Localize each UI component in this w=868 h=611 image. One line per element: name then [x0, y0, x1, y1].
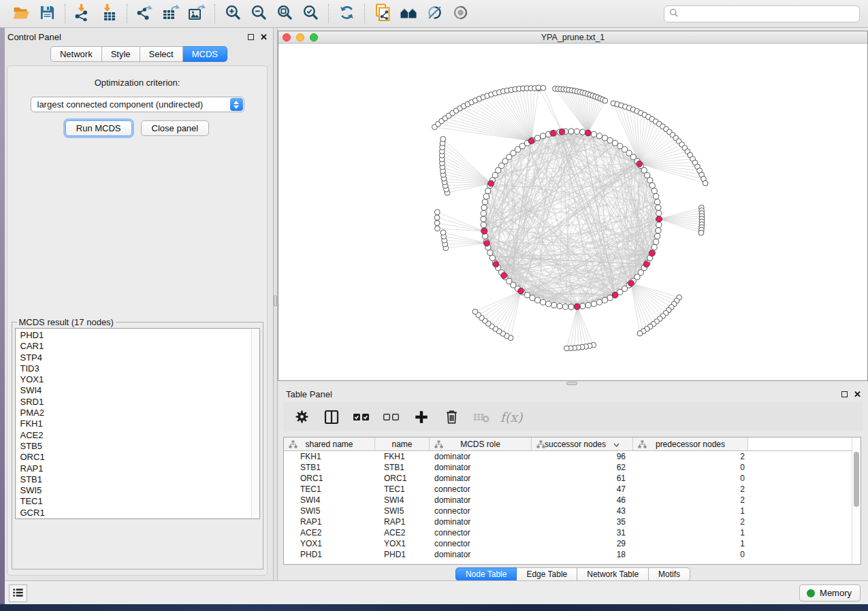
mcds-result-item[interactable]: ORC1 [20, 452, 259, 463]
tab-network-table[interactable]: Network Table [577, 567, 649, 581]
tab-select[interactable]: Select [140, 46, 183, 62]
mcds-result-item[interactable]: SRD1 [20, 397, 259, 408]
mcds-result-item[interactable]: STB1 [20, 474, 259, 485]
cell-predecessors: 2 [633, 495, 748, 505]
column-header-mcds-role[interactable]: MCDS role [430, 437, 532, 450]
save-session-button[interactable] [34, 3, 60, 24]
tab-motifs[interactable]: Motifs [649, 567, 690, 581]
home-networks-button[interactable] [396, 3, 421, 24]
clone-network-button[interactable] [370, 3, 396, 24]
mcds-result-list[interactable]: PHD1CAR1STP4TID3YOX1SWI4SRD1PMA2FKH1ACE2… [15, 328, 260, 519]
result-list-scrollbar[interactable] [251, 329, 259, 518]
cell-role: dominator [430, 517, 532, 527]
mcds-result-item[interactable]: PHD1 [20, 330, 259, 341]
cell-name: YOX1 [375, 539, 430, 548]
tree-icon [434, 440, 443, 450]
cell-predecessors: 2 [633, 484, 748, 494]
table-row[interactable]: YOX1YOX1connector291 [284, 538, 861, 549]
table-row[interactable]: RAP1RAP1dominator352 [284, 516, 861, 527]
open-folder-icon [12, 5, 31, 22]
mcds-result-item[interactable]: FKH1 [20, 418, 259, 429]
mcds-result-item[interactable]: SWI5 [20, 485, 259, 496]
column-header-successor-nodes[interactable]: successor nodes [532, 437, 633, 450]
export-network-icon [136, 4, 155, 23]
control-panel-title: Control Panel [7, 32, 61, 42]
cell-successors: 31 [532, 528, 633, 538]
refresh-layout-button[interactable] [334, 3, 359, 24]
cell-successors: 47 [532, 484, 633, 494]
mcds-result-item[interactable]: STP4 [20, 352, 259, 363]
table-scrollbar[interactable] [852, 437, 861, 564]
mcds-result-item[interactable]: RAP1 [20, 463, 259, 474]
horizontal-splitter[interactable] [278, 381, 868, 386]
close-panel-button[interactable]: Close panel [141, 120, 210, 136]
select-all-icon[interactable] [351, 407, 372, 427]
mcds-result-item[interactable]: TID3 [20, 363, 259, 374]
search-icon [669, 8, 679, 20]
function-builder-icon[interactable]: f(x) [501, 407, 521, 427]
close-panel-icon[interactable]: ✕ [854, 390, 861, 399]
table-row[interactable]: STB1STB1dominator620 [284, 462, 861, 473]
hide-graphics-details-button[interactable] [421, 3, 447, 24]
mcds-result-item[interactable]: CAR1 [20, 341, 259, 352]
delete-column-icon[interactable] [441, 407, 462, 427]
scrollbar-thumb[interactable] [854, 452, 859, 507]
tab-mcds[interactable]: MCDS [183, 46, 227, 62]
cell-predecessors: 0 [633, 463, 748, 472]
delete-table-icon[interactable] [471, 407, 492, 427]
vertical-splitter[interactable] [273, 28, 278, 580]
mcds-result-item[interactable]: STB5 [20, 441, 259, 452]
column-header-name[interactable]: name [375, 437, 430, 450]
tab-edge-table[interactable]: Edge Table [517, 567, 577, 581]
splitter-grip[interactable] [274, 295, 277, 306]
zoom-out-button[interactable] [246, 3, 272, 24]
import-network-button[interactable] [70, 3, 96, 24]
export-network-button[interactable] [132, 3, 158, 24]
mcds-result-item[interactable]: ACE2 [20, 430, 259, 441]
export-image-button[interactable] [184, 3, 210, 24]
mcds-result-item[interactable]: TEC1 [20, 496, 259, 507]
table-row[interactable]: ORC1ORC1dominator610 [284, 473, 861, 484]
table-row[interactable]: ACE2ACE2connector311 [284, 527, 861, 538]
zoom-in-button[interactable] [220, 3, 246, 24]
mcds-result-item[interactable]: YOX1 [20, 374, 259, 385]
open-file-button[interactable] [8, 3, 34, 24]
mcds-result-item[interactable]: PMA2 [20, 408, 259, 418]
mcds-result-item[interactable]: SWI4 [20, 385, 259, 396]
import-table-button[interactable] [96, 3, 122, 24]
network-view[interactable] [278, 44, 867, 380]
deselect-all-icon[interactable] [381, 407, 402, 427]
export-table-button[interactable] [158, 3, 184, 24]
float-panel-icon[interactable] [248, 34, 254, 40]
tab-network[interactable]: Network [50, 46, 102, 62]
zoom-selected-button[interactable] [298, 3, 323, 24]
mcds-result-item[interactable]: GCR1 [20, 508, 259, 518]
float-panel-icon[interactable] [841, 391, 848, 397]
zoom-fit-icon [276, 4, 293, 23]
close-panel-icon[interactable]: ✕ [260, 33, 268, 42]
optimization-criterion-select[interactable]: largest connected component (undirected) [31, 97, 244, 112]
tab-style[interactable]: Style [102, 46, 140, 62]
zoom-fit-button[interactable] [272, 3, 298, 24]
toolbar-search[interactable] [664, 5, 860, 22]
table-row[interactable]: SWI5SWI5connector431 [284, 506, 861, 516]
table-panel-title: Table Panel [286, 389, 332, 399]
memory-button[interactable]: Memory [799, 584, 861, 601]
show-graphics-details-button[interactable] [447, 3, 473, 24]
network-window-titlebar[interactable]: YPA_prune.txt_1 [278, 31, 867, 44]
zoom-out-icon [251, 4, 268, 23]
search-input[interactable] [682, 9, 854, 19]
column-header-shared-name[interactable]: shared name [284, 437, 375, 450]
show-panels-button[interactable] [9, 584, 27, 602]
table-row[interactable]: FKH1FKH1dominator962 [284, 451, 861, 462]
settings-gear-icon[interactable] [291, 407, 312, 427]
table-row[interactable]: TEC1TEC1connector472 [284, 484, 861, 495]
table-row[interactable]: PHD1PHD1dominator180 [284, 549, 861, 560]
tab-node-table[interactable]: Node Table [455, 567, 517, 581]
add-column-icon[interactable] [411, 407, 432, 427]
splitter-grip[interactable] [566, 382, 577, 385]
split-columns-icon[interactable] [321, 407, 342, 427]
column-header-predecessor-nodes[interactable]: predecessor nodes [633, 437, 748, 450]
table-row[interactable]: SWI4SWI4dominator462 [284, 495, 861, 506]
run-mcds-button[interactable]: Run MCDS [65, 120, 132, 136]
